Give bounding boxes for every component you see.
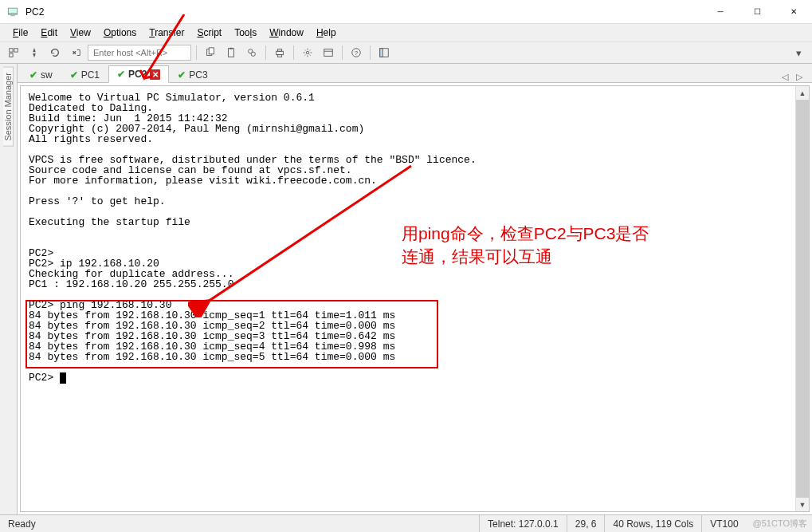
check-icon: ✔ [178,69,186,81]
check-icon: ✔ [70,69,78,81]
settings-icon[interactable] [299,44,316,61]
status-caret-pos: 29, 6 [567,515,605,532]
tab-label: PC2 [128,69,147,80]
tab-label: PC3 [189,69,207,81]
session-manager-label: Session Manager [3,67,14,147]
watermark: @51CTO博客 [747,518,807,530]
svg-rect-12 [277,51,284,54]
svg-text:?: ? [355,49,359,57]
svg-rect-2 [10,15,14,16]
session-tab-pc1[interactable]: ✔ PC1 [61,66,108,83]
svg-rect-1 [9,8,18,13]
reconnect-icon[interactable] [46,44,64,61]
svg-point-11 [251,52,255,56]
svg-rect-5 [10,53,13,57]
svg-rect-9 [229,48,233,49]
check-icon: ✔ [117,69,125,80]
session-tab-bar: ✔ sw ✔ PC1 ✔ PC2 ✕ ✔ PC3 ◁ ▷ [18,64,812,83]
svg-rect-4 [14,49,18,52]
menu-options[interactable]: Options [97,26,143,40]
session-manager-icon[interactable] [5,44,22,61]
maximize-button[interactable]: ☐ [739,0,775,24]
check-icon: ✔ [29,69,37,81]
menu-bar: File Edit View Options Transfer Script T… [0,24,812,41]
copy-icon[interactable] [202,44,219,61]
menu-script[interactable]: Script [191,26,229,40]
toolbar-dropdown-icon[interactable]: ▾ [790,44,807,61]
svg-rect-14 [277,55,281,57]
window-title: PC2 [25,6,44,18]
terminal-output[interactable]: Welcome to Virtual PC Simulator, version… [21,86,795,511]
svg-rect-3 [10,49,13,52]
quick-connect-icon[interactable] [25,44,43,61]
find-icon[interactable] [243,44,261,61]
minimize-button[interactable]: ─ [702,0,739,24]
scroll-up-icon[interactable]: ▲ [796,86,809,100]
toolbar: ? ▾ [0,41,812,64]
paste-icon[interactable] [222,44,240,61]
side-panel-tab[interactable]: Session Manager [0,64,18,514]
title-bar: PC2 ─ ☐ ✕ [0,0,812,24]
tab-label: sw [41,69,53,81]
help-icon[interactable]: ? [347,44,365,61]
new-tab-icon[interactable] [320,44,337,61]
tab-next-icon[interactable]: ▷ [793,72,806,82]
svg-rect-8 [229,49,234,57]
menu-transfer[interactable]: Transfer [143,26,190,40]
session-tab-pc2[interactable]: ✔ PC2 ✕ [108,65,169,83]
status-bar: Ready Telnet: 127.0.0.1 29, 6 40 Rows, 1… [0,514,812,532]
toggle-panel-icon[interactable] [375,44,393,61]
tab-prev-icon[interactable]: ◁ [779,72,791,82]
status-term: VT100 [701,515,746,532]
menu-view[interactable]: View [64,26,97,40]
close-tab-icon[interactable]: ✕ [150,69,160,80]
print-icon[interactable] [271,44,288,61]
menu-tools[interactable]: Tools [228,26,263,40]
svg-rect-7 [209,48,214,54]
svg-rect-13 [277,49,281,52]
session-tab-sw[interactable]: ✔ sw [21,66,61,83]
menu-edit[interactable]: Edit [34,26,64,40]
status-size: 40 Rows, 119 Cols [604,515,701,532]
session-tab-pc3[interactable]: ✔ PC3 [169,66,216,83]
status-connection: Telnet: 127.0.0.1 [479,515,567,532]
menu-window[interactable]: Window [263,26,310,40]
scroll-down-icon[interactable]: ▼ [796,498,809,511]
menu-file[interactable]: File [6,26,34,40]
close-button[interactable]: ✕ [775,0,812,24]
disconnect-icon[interactable] [67,44,84,61]
status-ready: Ready [5,515,244,532]
svg-rect-20 [380,49,383,57]
svg-rect-16 [324,49,333,57]
quickconnect-input[interactable] [88,45,191,61]
scrollbar[interactable]: ▲ ▼ [795,86,809,511]
tab-label: PC1 [81,69,100,81]
app-icon [6,6,19,18]
svg-point-15 [306,51,309,54]
menu-help[interactable]: Help [310,26,343,40]
